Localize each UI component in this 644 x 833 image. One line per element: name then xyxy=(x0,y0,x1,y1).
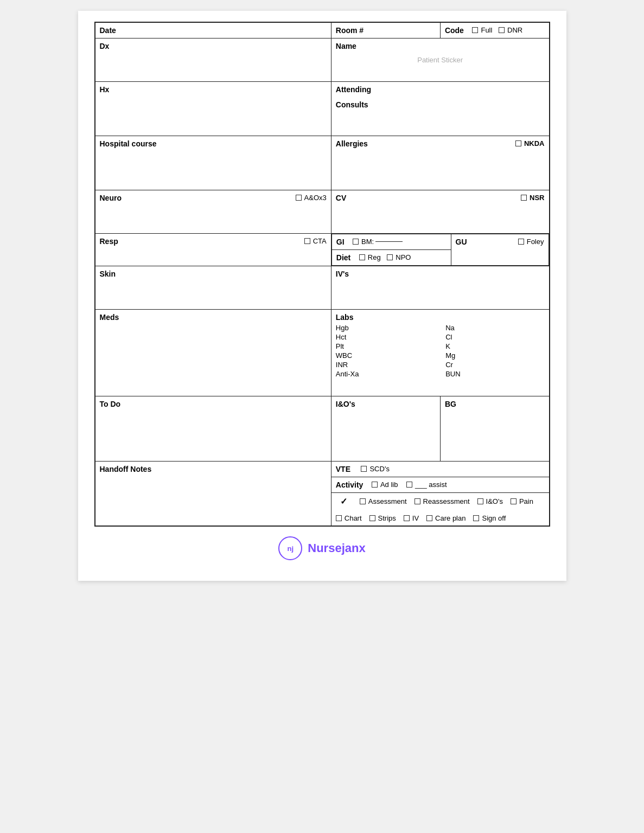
row-hospital-allergies: Hospital course Allergies NKDA xyxy=(95,136,550,190)
row-dx-name: Dx Name Patient Sticker xyxy=(95,39,550,82)
lab-hgb: Hgb xyxy=(336,324,435,332)
lab-cl: Cl xyxy=(445,333,544,341)
assist-checkbox-label[interactable]: ___ assist xyxy=(406,480,447,489)
labs-grid: Hgb Na Hct Cl Plt K WBC Mg INR Cr Anti-X… xyxy=(336,324,545,378)
foley-checkbox-label[interactable]: Foley xyxy=(518,238,544,246)
bm-checkbox-label[interactable]: BM: xyxy=(353,238,403,246)
row-skin-ivs: Skin IV's xyxy=(95,266,550,310)
assessment-label: Assessment xyxy=(368,497,407,505)
vte-row: VTE SCD's xyxy=(331,462,549,477)
reg-checkbox-label[interactable]: Reg xyxy=(359,253,381,261)
care-plan-checkbox[interactable] xyxy=(426,515,432,521)
iandos-footer-checkbox[interactable] xyxy=(477,498,483,504)
row-date-room-code: Date Room # Code Full DNR xyxy=(95,22,550,39)
npo-checkbox-label[interactable]: NPO xyxy=(387,253,411,261)
main-form-table: Date Room # Code Full DNR xyxy=(94,22,550,527)
row-neuro-cv: Neuro A&Ox3 CV NSR xyxy=(95,190,550,234)
room-label: Room # xyxy=(336,26,364,35)
care-plan-checkbox-label[interactable]: Care plan xyxy=(426,514,466,522)
diet-label: Diet xyxy=(336,253,350,262)
nkda-checkbox-label[interactable]: NKDA xyxy=(515,139,545,148)
reg-checkbox[interactable] xyxy=(359,254,365,260)
hospital-course-cell: Hospital course xyxy=(95,136,331,190)
nsr-checkbox-label[interactable]: NSR xyxy=(521,194,544,202)
dnr-checkbox-label[interactable]: DNR xyxy=(499,26,522,34)
full-checkbox[interactable] xyxy=(472,27,478,33)
strips-label: Strips xyxy=(378,514,396,522)
checkmark: ✓ xyxy=(336,496,352,507)
name-label: Name xyxy=(336,42,356,50)
lab-cr: Cr xyxy=(445,361,544,369)
full-checkbox-label[interactable]: Full xyxy=(472,26,492,34)
lab-bun: BUN xyxy=(445,370,544,378)
reg-label: Reg xyxy=(368,253,381,261)
scds-checkbox[interactable] xyxy=(361,466,367,472)
consults-label: Consults xyxy=(336,100,368,109)
dnr-checkbox[interactable] xyxy=(499,27,505,33)
logo-brand-prefix: Nurse xyxy=(308,541,341,555)
aox3-checkbox[interactable] xyxy=(296,195,302,201)
cta-checkbox-label[interactable]: CTA xyxy=(304,237,327,245)
assist-checkbox[interactable] xyxy=(406,482,412,488)
strips-checkbox[interactable] xyxy=(369,515,375,521)
patient-sticker-text: Patient Sticker xyxy=(336,50,545,69)
foley-label: Foley xyxy=(527,238,544,246)
assist-label: ___ assist xyxy=(415,480,447,489)
aox3-checkbox-label[interactable]: A&Ox3 xyxy=(296,194,327,202)
assessment-checkbox[interactable] xyxy=(360,498,366,504)
bg-cell: BG xyxy=(440,396,549,462)
assessment-checkbox-label[interactable]: Assessment xyxy=(360,497,407,505)
allergies-cell: Allergies NKDA xyxy=(331,136,549,190)
sign-off-label: Sign off xyxy=(482,514,506,522)
cta-checkbox[interactable] xyxy=(304,238,310,244)
row-handoff-vte: Handoff Notes VTE SCD's Activity xyxy=(95,462,550,493)
pain-checkbox-label[interactable]: Pain xyxy=(511,497,533,505)
date-label: Date xyxy=(100,26,116,35)
ad-lib-checkbox[interactable] xyxy=(372,482,378,488)
npo-checkbox[interactable] xyxy=(387,254,393,260)
gu-label: GU xyxy=(456,238,467,246)
iv-checkbox[interactable] xyxy=(404,515,410,521)
io-label: I&O's xyxy=(336,400,355,408)
foley-checkbox[interactable] xyxy=(518,239,524,245)
iandos-footer-checkbox-label[interactable]: I&O's xyxy=(477,497,503,505)
dx-label: Dx xyxy=(100,42,110,50)
nkda-checkbox[interactable] xyxy=(515,140,521,146)
chart-checkbox-label[interactable]: Chart xyxy=(336,514,362,522)
bg-inner: BG xyxy=(441,396,549,412)
name-cell: Name Patient Sticker xyxy=(331,39,549,82)
lab-plt: Plt xyxy=(336,342,435,350)
room-cell: Room # xyxy=(331,22,440,39)
nsr-checkbox[interactable] xyxy=(521,195,527,201)
pain-checkbox[interactable] xyxy=(511,498,517,504)
reassessment-checkbox-label[interactable]: Reassessment xyxy=(415,497,470,505)
resp-cell: Resp CTA xyxy=(95,234,331,266)
sign-off-checkbox[interactable] xyxy=(473,515,479,521)
scds-checkbox-label[interactable]: SCD's xyxy=(361,465,389,473)
row-resp-gi-gu: Resp CTA GI BM: xyxy=(95,234,550,266)
pain-label: Pain xyxy=(519,497,533,505)
nsr-label: NSR xyxy=(530,194,544,202)
gi-gu-inner-table: GI BM: GU Foley xyxy=(331,234,549,266)
cv-cell: CV NSR xyxy=(331,190,549,234)
chart-checkbox[interactable] xyxy=(336,515,342,521)
strips-checkbox-label[interactable]: Strips xyxy=(369,514,396,522)
iv-checkbox-label[interactable]: IV xyxy=(404,514,419,522)
iandos-footer-label: I&O's xyxy=(486,497,503,505)
footer-items: ✓ Assessment Reassessment I&O's xyxy=(336,496,545,522)
lab-hct: Hct xyxy=(336,333,435,341)
neuro-label: Neuro xyxy=(100,194,122,202)
labs-label: Labs xyxy=(336,313,354,322)
iv-label: IV xyxy=(412,514,419,522)
footer-cell: ✓ Assessment Reassessment I&O's xyxy=(331,493,549,527)
handoff-label: Handoff Notes xyxy=(100,465,152,473)
reassessment-checkbox[interactable] xyxy=(415,498,420,504)
ivs-label: IV's xyxy=(336,270,349,278)
page-container: Date Room # Code Full DNR xyxy=(78,11,566,581)
ad-lib-checkbox-label[interactable]: Ad lib xyxy=(372,480,398,489)
bm-checkbox[interactable] xyxy=(353,239,359,245)
logo-circle: nj xyxy=(278,536,302,560)
io-inner: I&O's xyxy=(331,396,440,412)
vte-label: VTE xyxy=(336,465,350,473)
sign-off-checkbox-label[interactable]: Sign off xyxy=(473,514,506,522)
